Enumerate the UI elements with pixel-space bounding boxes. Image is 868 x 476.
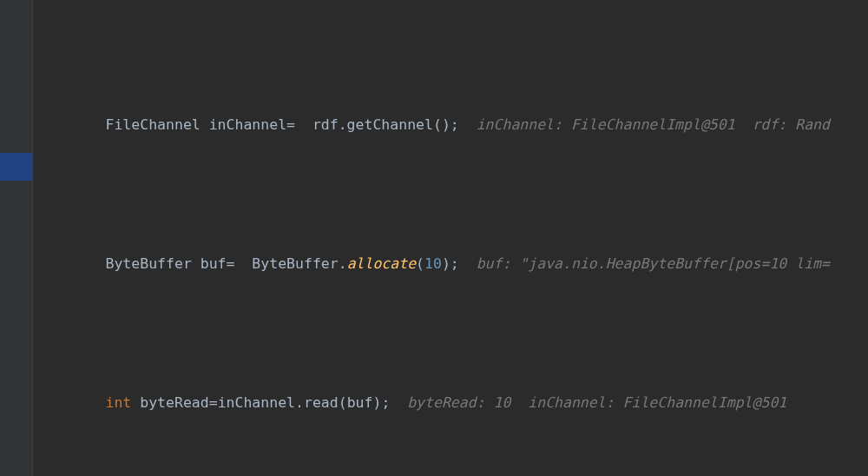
code-text: ByteBuffer buf= ByteBuffer.: [36, 255, 347, 272]
static-method: allocate: [347, 255, 416, 272]
inline-hint: byteRead: 10 inChannel: FileChannelImpl@…: [407, 394, 786, 411]
code-editor[interactable]: FileChannel inChannel= rdf.getChannel();…: [33, 0, 868, 476]
keyword: int: [105, 394, 131, 411]
code-line[interactable]: ByteBuffer buf= ByteBuffer.allocate(10);…: [33, 250, 868, 278]
inline-hint: inChannel: FileChannelImpl@501 rdf: Rand: [477, 116, 830, 133]
gutter: [0, 0, 33, 476]
code-text: FileChannel inChannel= rdf.getChannel();: [36, 116, 477, 133]
inline-hint: buf: "java.nio.HeapByteBuffer[pos=10 lim…: [477, 255, 830, 272]
number-literal: 10: [424, 255, 442, 272]
code-line[interactable]: FileChannel inChannel= rdf.getChannel();…: [33, 111, 868, 139]
code-text: );: [442, 255, 477, 272]
indent: [36, 394, 105, 411]
code-text: byteRead=inChannel.read(buf);: [131, 394, 407, 411]
code-line[interactable]: int byteRead=inChannel.read(buf); byteRe…: [33, 389, 868, 417]
code-text: (: [416, 255, 424, 272]
